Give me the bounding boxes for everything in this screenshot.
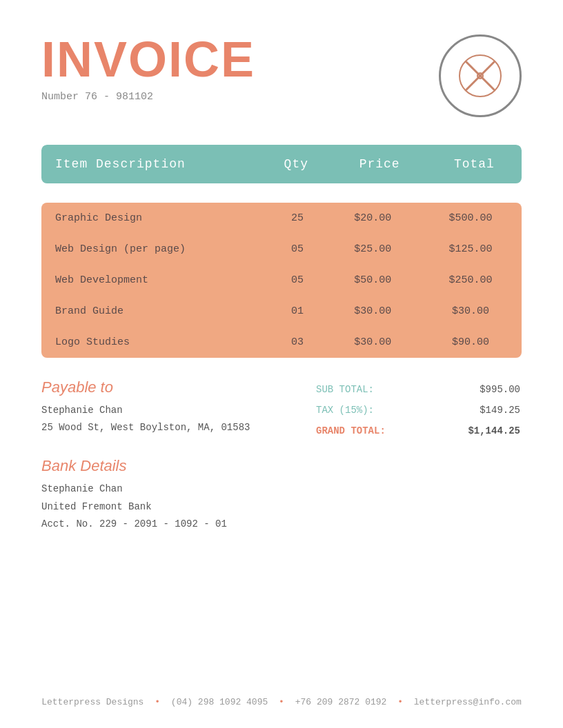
items-table: Graphic Design 25 $20.00 $500.00 Web Des… bbox=[41, 203, 522, 358]
page-content: INVOICE Number 76 - 981102 Item De bbox=[0, 0, 563, 728]
bank-institution: United Fremont Bank bbox=[41, 498, 315, 516]
item-price: $30.00 bbox=[326, 296, 419, 327]
grand-total-value: $1,144.25 bbox=[433, 421, 520, 441]
table-row: Web Design (per page) 05 $25.00 $125.00 bbox=[41, 234, 522, 265]
header-left: INVOICE Number 76 - 981102 bbox=[41, 34, 255, 103]
subtotal-value: $995.00 bbox=[433, 380, 520, 399]
grand-total-label: GRAND TOTAL: bbox=[316, 421, 432, 441]
svg-line-6 bbox=[488, 83, 491, 86]
tax-value: $149.25 bbox=[433, 401, 520, 420]
logo-circle bbox=[439, 34, 522, 117]
header: INVOICE Number 76 - 981102 bbox=[41, 34, 522, 117]
item-description: Web Design (per page) bbox=[41, 234, 268, 265]
tax-label: TAX (15%): bbox=[316, 401, 432, 420]
col-header-description: Item Description bbox=[41, 145, 260, 183]
payable-to-name: Stephanie Chan bbox=[41, 402, 315, 419]
footer-company: Letterpress Designs bbox=[41, 697, 144, 707]
right-section: SUB TOTAL: $995.00 TAX (15%): $149.25 GR… bbox=[315, 378, 522, 533]
tax-row: TAX (15%): $149.25 bbox=[316, 401, 520, 420]
grand-total-row: GRAND TOTAL: $1,144.25 bbox=[316, 421, 520, 441]
item-total: $500.00 bbox=[419, 203, 522, 234]
item-description: Logo Studies bbox=[41, 327, 268, 358]
item-total: $125.00 bbox=[419, 234, 522, 265]
logo-icon bbox=[456, 52, 504, 100]
footer: Letterpress Designs • (04) 298 1092 4095… bbox=[0, 697, 563, 707]
left-section: Payable to Stephanie Chan 25 Wood St, We… bbox=[41, 378, 315, 533]
col-header-price: Price bbox=[333, 145, 427, 183]
bank-account: Acct. No. 229 - 2091 - 1092 - 01 bbox=[41, 516, 315, 533]
footer-phone1: (04) 298 1092 4095 bbox=[171, 697, 268, 707]
col-header-qty: Qty bbox=[260, 145, 332, 183]
item-price: $30.00 bbox=[326, 327, 419, 358]
invoice-number: Number 76 - 981102 bbox=[41, 91, 255, 103]
subtotal-row: SUB TOTAL: $995.00 bbox=[316, 380, 520, 399]
invoice-table-header: Item Description Qty Price Total bbox=[41, 145, 522, 183]
item-price: $20.00 bbox=[326, 203, 419, 234]
payable-to-address: 25 Wood St, West Boylston, MA, 01583 bbox=[41, 419, 315, 436]
footer-email: letterpress@info.com bbox=[414, 697, 522, 707]
invoice-title: INVOICE bbox=[41, 34, 255, 84]
item-price: $25.00 bbox=[326, 234, 419, 265]
item-total: $250.00 bbox=[419, 265, 522, 296]
bank-details-section: Bank Details Stephanie Chan United Fremo… bbox=[41, 457, 315, 533]
payable-to-title: Payable to bbox=[41, 378, 315, 396]
table-row: Graphic Design 25 $20.00 $500.00 bbox=[41, 203, 522, 234]
bottom-section: Payable to Stephanie Chan 25 Wood St, We… bbox=[41, 378, 522, 533]
table-row: Logo Studies 03 $30.00 $90.00 bbox=[41, 327, 522, 358]
table-header-container: Item Description Qty Price Total bbox=[41, 145, 522, 197]
table-body-container: Graphic Design 25 $20.00 $500.00 Web Des… bbox=[41, 203, 522, 358]
item-price: $50.00 bbox=[326, 265, 419, 296]
table-row: Brand Guide 01 $30.00 $30.00 bbox=[41, 296, 522, 327]
payable-to-section: Payable to Stephanie Chan 25 Wood St, We… bbox=[41, 378, 315, 436]
svg-line-5 bbox=[470, 65, 473, 68]
footer-sep-3: • bbox=[397, 697, 403, 707]
item-total: $90.00 bbox=[419, 327, 522, 358]
bank-details-title: Bank Details bbox=[41, 457, 315, 475]
item-qty: 05 bbox=[268, 234, 326, 265]
totals-table: SUB TOTAL: $995.00 TAX (15%): $149.25 GR… bbox=[315, 378, 522, 442]
footer-sep-1: • bbox=[155, 697, 160, 707]
bank-name: Stephanie Chan bbox=[41, 481, 315, 498]
item-qty: 05 bbox=[268, 265, 326, 296]
table-header-row: Item Description Qty Price Total bbox=[41, 145, 522, 183]
item-qty: 03 bbox=[268, 327, 326, 358]
item-qty: 01 bbox=[268, 296, 326, 327]
footer-sep-2: • bbox=[279, 697, 284, 707]
item-description: Brand Guide bbox=[41, 296, 268, 327]
item-description: Graphic Design bbox=[41, 203, 268, 234]
item-total: $30.00 bbox=[419, 296, 522, 327]
subtotal-label: SUB TOTAL: bbox=[316, 380, 432, 399]
item-qty: 25 bbox=[268, 203, 326, 234]
item-description: Web Development bbox=[41, 265, 268, 296]
col-header-total: Total bbox=[427, 145, 522, 183]
footer-phone2: +76 209 2872 0192 bbox=[295, 697, 387, 707]
table-row: Web Development 05 $50.00 $250.00 bbox=[41, 265, 522, 296]
